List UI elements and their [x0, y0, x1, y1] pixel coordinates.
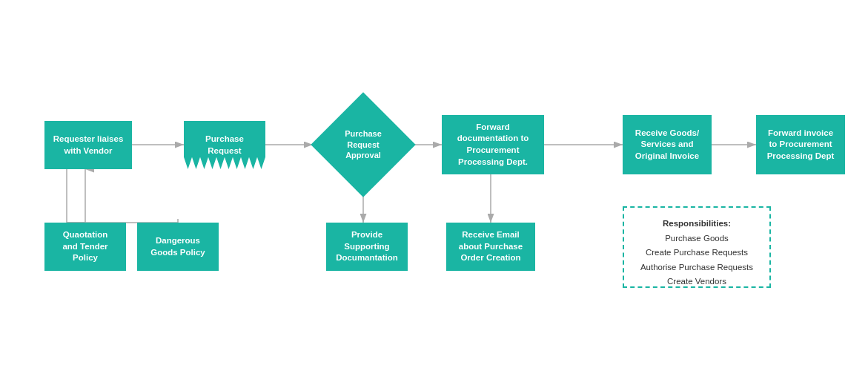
forward-doc-box: Forwarddocumentation toProcurementProces…: [442, 115, 544, 174]
purchase-request-approval-diamond: PurchaseRequestApproval: [313, 108, 414, 182]
responsibilities-box: Responsibilities: Purchase Goods Create …: [623, 206, 771, 288]
receive-email-box: Receive Emailabout PurchaseOrder Creatio…: [446, 223, 535, 271]
diagram-container: Requester liaises with Vendor PurchaseRe…: [0, 0, 868, 371]
provide-support-box: ProvideSupportingDocumantation: [326, 223, 408, 271]
quotation-box: Quaotationand TenderPolicy: [44, 223, 126, 271]
responsibilities-title: Responsibilities:: [636, 217, 758, 232]
arrows-svg: [0, 0, 868, 371]
forward-invoice-box: Forward invoiceto ProcurementProcessing …: [756, 115, 845, 174]
responsibilities-items: Purchase Goods Create Purchase Requests …: [636, 232, 758, 289]
dangerous-goods-box: DangerousGoods Policy: [137, 223, 219, 271]
requester-box: Requester liaises with Vendor: [44, 121, 132, 169]
receive-goods-box: Receive Goods/Services andOriginal Invoi…: [623, 115, 712, 174]
purchase-request-box: PurchaseRequest: [184, 121, 265, 169]
